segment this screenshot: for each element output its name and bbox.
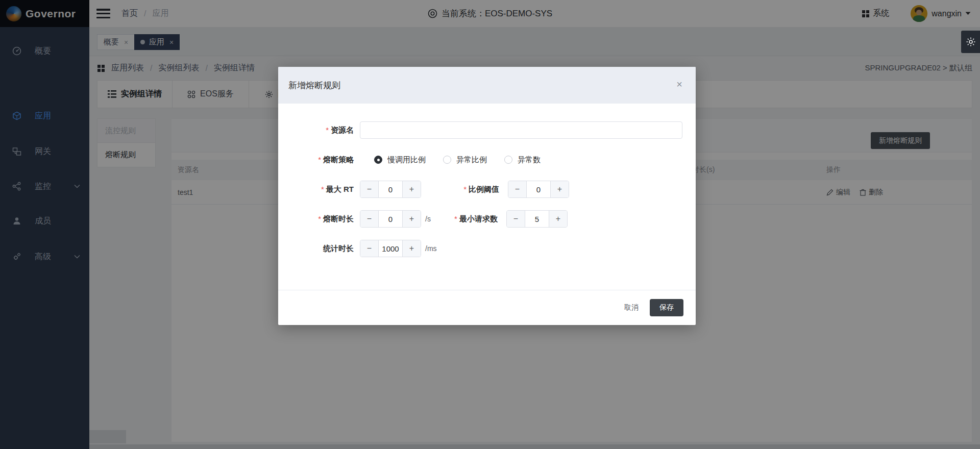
radio-label: 异常比例 bbox=[456, 155, 487, 165]
stat-duration-label: 统计时长 bbox=[278, 244, 354, 254]
add-breaker-rule-modal: 新增熔断规则 × *资源名 *熔断策略 慢调用比例 异常比例 bbox=[278, 67, 696, 325]
save-button[interactable]: 保存 bbox=[650, 299, 683, 316]
max-rt-stepper: − 0 + bbox=[360, 181, 421, 198]
form-row-resource-name: *资源名 bbox=[278, 121, 696, 139]
required-asterisk: * bbox=[318, 155, 321, 164]
modal-header: 新增熔断规则 × bbox=[278, 67, 696, 104]
form-row-stat-duration: 统计时长 − 1000 + /ms bbox=[278, 240, 696, 257]
max-rt-value[interactable]: 0 bbox=[379, 181, 402, 197]
break-duration-stepper: − 0 + bbox=[360, 210, 421, 228]
plus-button[interactable]: + bbox=[550, 181, 569, 197]
stat-duration-value[interactable]: 1000 bbox=[379, 240, 402, 257]
cancel-button[interactable]: 取消 bbox=[624, 303, 639, 312]
min-requests-label: *最小请求数 bbox=[431, 214, 498, 224]
plus-button[interactable]: + bbox=[549, 211, 567, 227]
resource-name-label: *资源名 bbox=[278, 126, 354, 135]
strategy-label: *熔断策略 bbox=[278, 155, 354, 165]
required-asterisk: * bbox=[463, 185, 467, 193]
ratio-threshold-value[interactable]: 0 bbox=[527, 181, 550, 197]
radio-icon bbox=[504, 156, 512, 164]
radio-icon bbox=[374, 156, 382, 164]
min-requests-stepper: − 5 + bbox=[506, 210, 568, 228]
form-row-strategy: *熔断策略 慢调用比例 异常比例 异常数 bbox=[278, 151, 696, 168]
radio-slow-call-ratio[interactable]: 慢调用比例 bbox=[374, 155, 426, 165]
plus-button[interactable]: + bbox=[402, 181, 421, 197]
modal-footer: 取消 保存 bbox=[278, 290, 696, 325]
resource-name-input[interactable] bbox=[360, 121, 682, 139]
radio-icon bbox=[443, 156, 451, 164]
stat-duration-unit: /ms bbox=[425, 244, 437, 253]
minus-button[interactable]: − bbox=[507, 211, 525, 227]
required-asterisk: * bbox=[326, 126, 329, 134]
radio-exception-ratio[interactable]: 异常比例 bbox=[443, 155, 487, 165]
minus-button[interactable]: − bbox=[360, 181, 379, 197]
radio-label: 异常数 bbox=[518, 155, 541, 165]
required-asterisk: * bbox=[454, 214, 457, 223]
radio-label: 慢调用比例 bbox=[387, 155, 426, 165]
break-duration-unit: /s bbox=[425, 215, 431, 223]
settings-panel-button[interactable] bbox=[961, 31, 980, 53]
plus-button[interactable]: + bbox=[402, 211, 421, 227]
modal-title: 新增熔断规则 bbox=[288, 80, 340, 91]
max-rt-label: *最大 RT bbox=[278, 185, 354, 194]
minus-button[interactable]: − bbox=[360, 240, 379, 257]
modal-body: *资源名 *熔断策略 慢调用比例 异常比例 异常数 bbox=[278, 104, 696, 257]
min-requests-value[interactable]: 5 bbox=[525, 211, 549, 227]
plus-button[interactable]: + bbox=[402, 240, 421, 257]
ratio-threshold-stepper: − 0 + bbox=[508, 181, 569, 198]
form-row-rt-ratio: *最大 RT − 0 + *比例阈值 − 0 + bbox=[278, 181, 696, 198]
ratio-threshold-label: *比例阈值 bbox=[421, 185, 499, 194]
strategy-radio-group: 慢调用比例 异常比例 异常数 bbox=[360, 155, 558, 165]
form-row-duration-requests: *熔断时长 − 0 + /s *最小请求数 − 5 + bbox=[278, 210, 696, 228]
close-icon[interactable]: × bbox=[676, 79, 682, 89]
minus-button[interactable]: − bbox=[360, 211, 379, 227]
minus-button[interactable]: − bbox=[508, 181, 527, 197]
required-asterisk: * bbox=[318, 214, 321, 223]
break-duration-value[interactable]: 0 bbox=[379, 211, 402, 227]
stat-duration-stepper: − 1000 + bbox=[360, 240, 421, 257]
required-asterisk: * bbox=[321, 185, 324, 193]
radio-exception-count[interactable]: 异常数 bbox=[504, 155, 541, 165]
break-duration-label: *熔断时长 bbox=[278, 214, 354, 224]
gear-icon bbox=[966, 37, 976, 47]
